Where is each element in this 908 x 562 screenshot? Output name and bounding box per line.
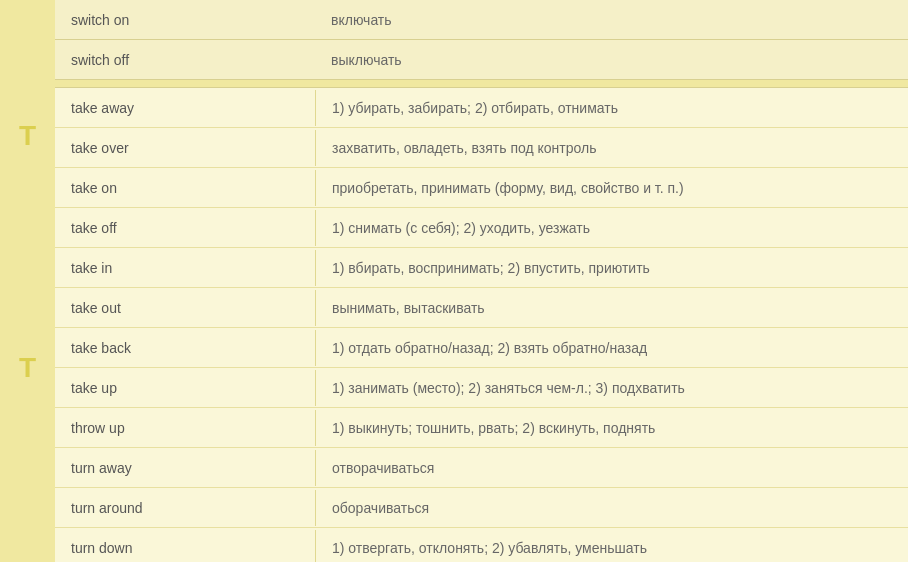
- phrase-cell: take in: [55, 250, 315, 286]
- table-row: turn down1) отвергать, отклонять; 2) уба…: [55, 528, 908, 562]
- translation-cell: 1) отдать обратно/назад; 2) взять обратн…: [315, 330, 908, 366]
- sidebar: T T: [0, 0, 55, 562]
- translation-cell: выключать: [315, 42, 908, 78]
- table-row: switch on включать: [55, 0, 908, 40]
- sidebar-letter-t2: T: [19, 352, 36, 384]
- phrase-cell: take on: [55, 170, 315, 206]
- translation-cell: 1) убирать, забирать; 2) отбирать, отним…: [315, 90, 908, 126]
- table-row: take onприобретать, принимать (форму, ви…: [55, 168, 908, 208]
- translation-cell: оборачиваться: [315, 490, 908, 526]
- main-content: switch on включать switch off выключать …: [55, 0, 908, 562]
- phrase-cell: turn away: [55, 450, 315, 486]
- translation-cell: 1) выкинуть; тошнить, рвать; 2) вскинуть…: [315, 410, 908, 446]
- table-row: take away1) убирать, забирать; 2) отбира…: [55, 88, 908, 128]
- translation-cell: отворачиваться: [315, 450, 908, 486]
- phrase-cell: turn down: [55, 530, 315, 563]
- table-row: take in1) вбирать, воспринимать; 2) впус…: [55, 248, 908, 288]
- translation-cell: захватить, овладеть, взять под контроль: [315, 130, 908, 166]
- phrase-cell: switch off: [55, 42, 315, 78]
- phrase-cell: take over: [55, 130, 315, 166]
- phrase-cell: switch on: [55, 2, 315, 38]
- phrase-cell: throw up: [55, 410, 315, 446]
- top-section: switch on включать switch off выключать: [55, 0, 908, 80]
- translation-cell: 1) отвергать, отклонять; 2) убавлять, ум…: [315, 530, 908, 563]
- table-row: take off1) снимать (с себя); 2) уходить,…: [55, 208, 908, 248]
- table-row: turn aroundоборачиваться: [55, 488, 908, 528]
- table-row: take back1) отдать обратно/назад; 2) взя…: [55, 328, 908, 368]
- table-row: turn awayотворачиваться: [55, 448, 908, 488]
- page-container: T T switch on включать switch off выключ…: [0, 0, 908, 562]
- table-row: take outвынимать, вытаскивать: [55, 288, 908, 328]
- phrase-cell: take off: [55, 210, 315, 246]
- translation-cell: 1) занимать (место); 2) заняться чем-л.;…: [315, 370, 908, 406]
- sidebar-letter-t1: T: [19, 120, 36, 152]
- table-area: take away1) убирать, забирать; 2) отбира…: [55, 88, 908, 562]
- table-row: take up1) занимать (место); 2) заняться …: [55, 368, 908, 408]
- translation-cell: приобретать, принимать (форму, вид, свой…: [315, 170, 908, 206]
- phrase-cell: take up: [55, 370, 315, 406]
- phrase-cell: take out: [55, 290, 315, 326]
- translation-cell: 1) вбирать, воспринимать; 2) впустить, п…: [315, 250, 908, 286]
- phrase-cell: take back: [55, 330, 315, 366]
- table-row: throw up1) выкинуть; тошнить, рвать; 2) …: [55, 408, 908, 448]
- translation-cell: включать: [315, 2, 908, 38]
- translation-cell: 1) снимать (с себя); 2) уходить, уезжать: [315, 210, 908, 246]
- table-row: switch off выключать: [55, 40, 908, 80]
- phrase-cell: turn around: [55, 490, 315, 526]
- phrase-cell: take away: [55, 90, 315, 126]
- translation-cell: вынимать, вытаскивать: [315, 290, 908, 326]
- group-separator: [55, 80, 908, 88]
- table-row: take overзахватить, овладеть, взять под …: [55, 128, 908, 168]
